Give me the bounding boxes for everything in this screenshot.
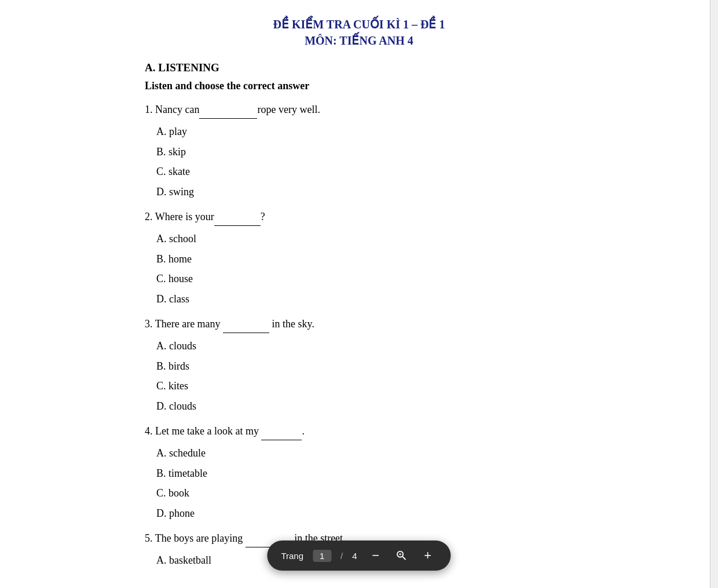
question-2: 2. Where is your ? — [145, 209, 573, 226]
answer-2a: A. school — [156, 231, 573, 247]
answer-3d: D. clouds — [156, 398, 573, 415]
toolbar-divider: / — [340, 551, 343, 561]
answer-3c: C. kites — [156, 378, 573, 395]
answer-4a: A. schedule — [156, 445, 573, 462]
question-block-4: 4. Let me take a look at my . A. schedul… — [145, 423, 573, 522]
answer-2c: C. house — [156, 271, 573, 287]
toolbar-zoom-button[interactable] — [394, 548, 409, 563]
blank-1 — [199, 101, 257, 119]
subsection-listen-title: Listen and choose the correct answer — [145, 80, 573, 92]
page-content: ĐỀ KIỂM TRA CUỐI KÌ 1 – ĐỀ 1 MÔN: TIẾNG … — [98, 0, 620, 588]
answer-2d: D. class — [156, 291, 573, 308]
toolbar-plus-button[interactable]: + — [419, 546, 437, 565]
scrollbar[interactable] — [710, 0, 718, 588]
answer-2b: B. home — [156, 251, 573, 268]
blank-4 — [261, 423, 302, 440]
blank-3 — [223, 316, 269, 333]
answer-1c: C. skate — [156, 163, 573, 180]
answer-3b: B. birds — [156, 358, 573, 375]
answer-1d: D. swing — [156, 184, 573, 200]
question-4: 4. Let me take a look at my . — [145, 423, 573, 440]
bottom-toolbar: Trang / 4 − + — [267, 540, 450, 571]
toolbar-total-pages: 4 — [352, 551, 357, 561]
toolbar-minus-button[interactable]: − — [367, 546, 385, 565]
question-3: 3. There are many in the sky. — [145, 316, 573, 333]
blank-2 — [214, 209, 261, 226]
answer-1b: B. skip — [156, 144, 573, 160]
page-subtitle: MÔN: TIẾNG ANH 4 — [145, 34, 573, 48]
answer-4c: C. book — [156, 485, 573, 502]
answer-3a: A. clouds — [156, 338, 573, 355]
toolbar-page-input[interactable] — [313, 550, 331, 562]
answer-1a: A. play — [156, 123, 573, 140]
question-block-1: 1. Nancy can rope very well. A. play B. … — [145, 101, 573, 200]
question-block-3: 3. There are many in the sky. A. clouds … — [145, 316, 573, 415]
answer-4d: D. phone — [156, 505, 573, 522]
answer-4b: B. timetable — [156, 465, 573, 482]
question-1: 1. Nancy can rope very well. — [145, 101, 573, 119]
toolbar-page-label: Trang — [281, 551, 303, 561]
zoom-icon — [395, 549, 408, 562]
page-title: ĐỀ KIỂM TRA CUỐI KÌ 1 – ĐỀ 1 — [145, 17, 573, 31]
section-a-title: A. LISTENING — [145, 61, 573, 74]
question-block-2: 2. Where is your ? A. school B. home C. … — [145, 209, 573, 308]
